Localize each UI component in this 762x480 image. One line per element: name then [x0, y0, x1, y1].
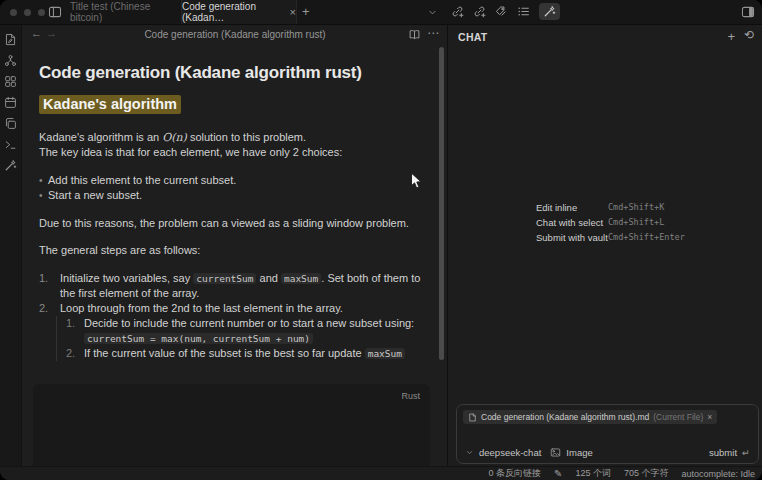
new-tab-button[interactable]: +	[302, 4, 310, 19]
choices-list: •Add this element to the current subset.…	[39, 173, 421, 203]
edit-pencil-icon[interactable]: ✎	[554, 468, 562, 479]
graph-icon[interactable]	[3, 53, 18, 68]
chat-panel: CHAT + ⟲ Edit inline Cmd+Shift+K Chat wi…	[447, 25, 762, 466]
list-item: •Add this element to the current subset.	[39, 173, 421, 188]
paragraph-steps-intro: The general steps are as follows:	[39, 243, 421, 258]
enter-key-icon: ↵	[742, 447, 750, 458]
autocomplete-status: autocomplete: Idle	[681, 469, 755, 479]
chip-filename: Code generation (Kadane algorithm rust).…	[481, 412, 649, 422]
highlighted-heading: Kadane's algorithm	[39, 95, 181, 114]
tab-label: Title test (Chinese bitcoin)	[70, 1, 178, 23]
note-title-breadcrumb: Code generation (Kadane algorithm rust)	[83, 29, 387, 40]
document-h1: Code generation (Kadane algorithm rust)	[39, 62, 421, 83]
math-on: O(n)	[162, 131, 187, 144]
tab-title-test[interactable]: Title test (Chinese bitcoin)	[70, 0, 178, 24]
tab-label: Code generation (Kadan…	[182, 1, 284, 23]
blocks-icon[interactable]	[3, 74, 18, 89]
list-item: •Start a new subset.	[39, 188, 421, 203]
window-controls	[10, 9, 45, 16]
backlinks-count[interactable]: 0 条反向链接	[488, 467, 541, 480]
chat-input-box[interactable]: Code generation (Kadane algorithm rust).…	[456, 404, 759, 464]
reading-mode-book-icon[interactable]	[408, 28, 421, 41]
step-1: 1. Initialize two variables, say current…	[39, 271, 421, 301]
paragraph-sliding-window: Due to this reasons, the problem can a v…	[39, 216, 421, 231]
inline-code: currentSum	[193, 273, 256, 284]
image-button[interactable]: Image	[566, 447, 592, 458]
left-sidebar-toggle-icon[interactable]	[48, 5, 62, 19]
insert-link-icon[interactable]	[451, 5, 464, 18]
wand-icon[interactable]	[539, 3, 560, 20]
chat-shortcut-hints: Edit inline Cmd+Shift+K Chat with select…	[536, 202, 685, 243]
tab-code-generation[interactable]: Code generation (Kadan… ×	[181, 0, 297, 24]
context-file-chip[interactable]: Code generation (Kadane algorithm rust).…	[463, 410, 717, 424]
intro-line-1: Kadane's algorithm is an O(n) solution t…	[39, 130, 421, 145]
note-icon[interactable]	[3, 32, 18, 47]
list-icon[interactable]	[517, 5, 530, 18]
titlebar: Title test (Chinese bitcoin) Code genera…	[0, 0, 762, 25]
tags-icon[interactable]	[495, 5, 508, 18]
back-arrow-icon[interactable]: ←	[31, 27, 42, 39]
substep-1: 1. Decide to include the current number …	[66, 316, 421, 346]
model-chevron-icon[interactable]	[465, 448, 474, 457]
calendar-icon[interactable]	[3, 95, 18, 110]
chat-history-icon[interactable]: ⟲	[744, 28, 754, 42]
wand-ribbon-icon[interactable]	[3, 158, 18, 173]
word-count: 125 个词	[575, 467, 611, 480]
code-language-label: Rust	[401, 391, 420, 401]
step-2: 2. Loop through from the 2nd to the last…	[39, 301, 421, 316]
chat-input-footer: deepseek-chat Image submit ↵	[465, 447, 750, 458]
new-chat-icon[interactable]: +	[727, 29, 735, 44]
paragraph-intro: Kadane's algorithm is an O(n) solution t…	[39, 130, 421, 160]
add-link-icon[interactable]	[473, 5, 486, 18]
editor-scrollbar[interactable]	[439, 47, 444, 360]
editor-header: ← → Code generation (Kadane algorithm ru…	[23, 25, 447, 46]
terminal-icon[interactable]	[3, 137, 18, 152]
close-window-button[interactable]	[10, 9, 17, 16]
submit-button[interactable]: submit	[709, 447, 737, 458]
image-icon[interactable]	[550, 447, 561, 458]
tab-close-icon[interactable]: ×	[290, 7, 296, 17]
char-count: 705 个字符	[624, 467, 669, 480]
document-h2: Kadane's algorithm	[39, 95, 421, 114]
editor-toolbar	[451, 3, 560, 20]
inline-code: maxSum	[281, 273, 321, 284]
inline-code: currentSum = max(num, currentSum + num)	[84, 333, 313, 344]
substep-2: 2. If the current value of the subset is…	[66, 346, 421, 361]
more-options-icon[interactable]: ⋯	[427, 26, 439, 40]
intro-line-2: The key idea is that for each element, w…	[39, 145, 421, 160]
chip-current-file-tag: (Current File)	[653, 412, 703, 422]
chip-close-icon[interactable]: ×	[707, 412, 712, 422]
activity-bar	[0, 25, 22, 466]
inline-code: maxSum	[365, 348, 405, 359]
substeps-list: 1. Decide to include the current number …	[56, 316, 421, 361]
chevron-down-icon[interactable]	[427, 7, 438, 18]
app-window: Title test (Chinese bitcoin) Code genera…	[0, 0, 762, 480]
copy-icon[interactable]	[3, 116, 18, 131]
document-icon	[468, 413, 477, 422]
chat-panel-title: CHAT	[458, 31, 488, 43]
steps-list: 1. Initialize two variables, say current…	[39, 271, 421, 361]
status-bar: 0 条反向链接 ✎ 125 个词 705 个字符 autocomplete: I…	[0, 466, 762, 480]
right-sidebar-toggle-icon[interactable]	[741, 5, 755, 19]
model-selector[interactable]: deepseek-chat	[479, 447, 541, 458]
zoom-window-button[interactable]	[38, 9, 45, 16]
editor-pane: ← → Code generation (Kadane algorithm ru…	[23, 25, 447, 466]
minimize-window-button[interactable]	[24, 9, 31, 16]
code-block: Rust	[33, 384, 430, 466]
forward-arrow-icon[interactable]: →	[46, 27, 57, 39]
